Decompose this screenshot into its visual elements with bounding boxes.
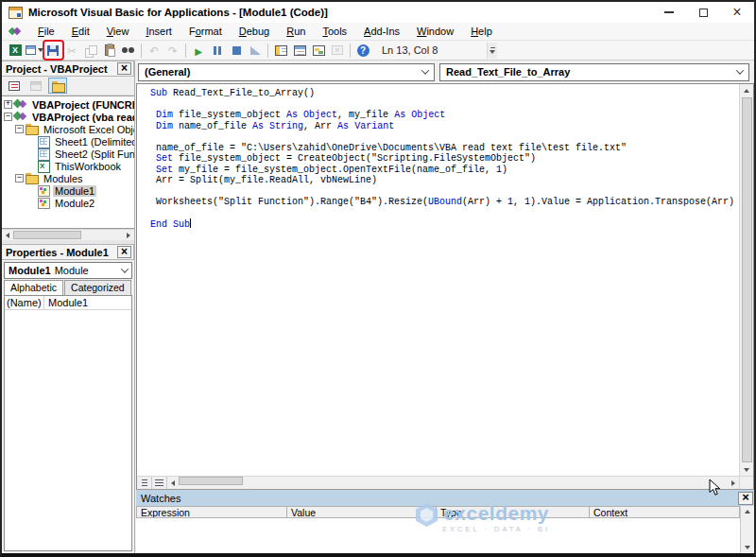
menu-file[interactable]: File xyxy=(29,24,63,39)
paste-icon xyxy=(105,44,114,56)
scrollbar-thumb[interactable] xyxy=(742,97,752,462)
properties-window-button[interactable] xyxy=(291,42,309,59)
cut-button[interactable] xyxy=(63,42,81,59)
object-browser-button[interactable] xyxy=(310,42,328,59)
paste-button[interactable] xyxy=(101,42,119,59)
toolbar-options-button[interactable] xyxy=(487,43,497,59)
worksheet-icon xyxy=(37,148,50,159)
scrollbar-thumb[interactable] xyxy=(179,477,243,485)
tree-item-module1[interactable]: Module1 xyxy=(2,184,134,197)
menu-run[interactable]: Run xyxy=(278,24,314,39)
watches-column-expression[interactable]: Expression xyxy=(136,506,287,518)
tree-expander-icon[interactable] xyxy=(15,125,24,133)
tree-item-modules[interactable]: Modules xyxy=(2,172,134,184)
tree-expander-icon[interactable] xyxy=(4,100,12,109)
design-mode-button[interactable] xyxy=(247,42,265,59)
view-excel-button[interactable] xyxy=(7,42,25,59)
scroll-down-button[interactable] xyxy=(741,542,754,553)
menu-debug[interactable]: Debug xyxy=(231,24,278,39)
tree-item-sheet2-split-functi[interactable]: Sheet2 (Split Functi xyxy=(2,148,134,160)
tree-item-vbaproject-funcres-x[interactable]: VBAProject (FUNCRES.X xyxy=(2,98,134,111)
menu-tools[interactable]: Tools xyxy=(314,24,355,39)
tree-item-label: VBAProject (FUNCRES.X xyxy=(30,99,134,111)
project-tree-hscrollbar xyxy=(2,229,134,240)
properties-object-dropdown[interactable]: Module1 Module xyxy=(4,262,132,279)
toolbar-separator xyxy=(267,44,268,58)
find-button[interactable] xyxy=(120,42,138,59)
property-row: (Name)Module1 xyxy=(5,296,131,310)
view-code-button[interactable] xyxy=(5,78,24,94)
watches-column-type[interactable]: Type xyxy=(437,506,590,518)
tree-expander-icon[interactable] xyxy=(4,113,12,121)
property-value[interactable]: Module1 xyxy=(44,296,131,309)
scroll-right-button[interactable] xyxy=(728,477,739,489)
scroll-right-button[interactable] xyxy=(123,230,134,240)
watches-close-button[interactable] xyxy=(738,492,753,505)
code-line: Worksheets("Split Function").Range("B4")… xyxy=(150,197,737,208)
scrollbar-thumb[interactable] xyxy=(13,231,81,239)
watches-title: Watches xyxy=(141,493,738,504)
scrollbar-track[interactable] xyxy=(741,517,754,542)
properties-grid: (Name)Module1 xyxy=(4,295,132,551)
project-explorer-button[interactable] xyxy=(272,42,290,59)
tab-categorized[interactable]: Categorized xyxy=(64,280,131,295)
minimize-button[interactable] xyxy=(652,2,686,23)
procedure-view-button[interactable] xyxy=(137,477,152,489)
tree-item-sheet1-delimited-t[interactable]: Sheet1 (Delimited T xyxy=(2,135,134,148)
properties-panel-close-button[interactable] xyxy=(117,246,131,258)
menu-edit[interactable]: Edit xyxy=(63,24,98,39)
menu-window[interactable]: Window xyxy=(408,24,462,39)
chevron-down-icon xyxy=(121,265,129,272)
scroll-down-button[interactable] xyxy=(740,463,753,476)
view-object-button[interactable] xyxy=(26,78,45,94)
reset-button[interactable] xyxy=(228,42,246,59)
properties-object-name: Module1 xyxy=(9,265,51,276)
copy-button[interactable] xyxy=(82,42,100,59)
project-panel-header: Project - VBAProject xyxy=(2,61,134,77)
undo-button[interactable] xyxy=(146,42,163,59)
menu-format[interactable]: Format xyxy=(180,24,231,39)
tree-item-module2[interactable]: Module2 xyxy=(2,197,134,209)
break-button[interactable] xyxy=(209,42,227,59)
menu-view[interactable]: View xyxy=(98,24,138,39)
watches-columns: ExpressionValueTypeContext xyxy=(136,506,740,553)
menu-help[interactable]: Help xyxy=(462,24,501,39)
watches-column-value[interactable]: Value xyxy=(287,506,437,518)
full-module-view-button[interactable] xyxy=(152,477,167,489)
redo-button[interactable] xyxy=(164,42,182,59)
scroll-up-button[interactable] xyxy=(741,506,754,517)
project-panel-close-button[interactable] xyxy=(117,62,131,75)
code-editor[interactable]: Sub Read_Text_File_to_Array() Dim file_s… xyxy=(137,84,739,476)
insert-object-button[interactable] xyxy=(26,42,43,59)
arrow-up-icon xyxy=(745,510,750,513)
tree-item-vbaproject-vba-read-t[interactable]: VBAProject (vba read t xyxy=(2,111,134,123)
tree-item-thisworkbook[interactable]: ThisWorkbook xyxy=(2,160,134,172)
watches-rows[interactable] xyxy=(136,518,740,553)
maximize-button[interactable] xyxy=(686,2,720,23)
menu-insert[interactable]: Insert xyxy=(137,24,180,39)
scrollbar-track[interactable] xyxy=(243,477,728,489)
scroll-up-button[interactable] xyxy=(740,84,753,96)
tree-item-microsoft-excel-objects[interactable]: Microsoft Excel Objects xyxy=(2,123,134,135)
procedure-dropdown[interactable]: Read_Text_File_to_Array xyxy=(439,63,749,81)
object-dropdown[interactable]: (General) xyxy=(138,63,435,81)
maximize-icon xyxy=(699,9,708,17)
watches-header: Watches xyxy=(136,490,754,506)
menu-add-ins[interactable]: Add-Ins xyxy=(355,24,408,39)
scroll-left-button[interactable] xyxy=(167,477,179,489)
tab-alphabetic[interactable]: Alphabetic xyxy=(4,280,63,295)
help-button[interactable] xyxy=(354,42,372,59)
watches-column-context[interactable]: Context xyxy=(590,506,740,518)
scroll-left-button[interactable] xyxy=(2,230,13,240)
procedure-dropdown-value: Read_Text_File_to_Array xyxy=(446,66,570,78)
menu-items: FileEditViewInsertFormatDebugRunToolsAdd… xyxy=(29,24,501,39)
close-button[interactable] xyxy=(720,2,754,23)
code-line: name_of_file = "C:\Users\zahid\OneDrive\… xyxy=(150,143,737,154)
tree-expander-icon[interactable] xyxy=(15,174,24,183)
toolbox-button[interactable] xyxy=(329,42,347,59)
run-button[interactable] xyxy=(190,42,208,59)
toggle-folders-button[interactable] xyxy=(48,78,67,94)
chevron-down-icon xyxy=(736,66,744,74)
project-tree: VBAProject (FUNCRES.XVBAProject (vba rea… xyxy=(2,96,134,229)
save-button[interactable] xyxy=(44,42,62,59)
